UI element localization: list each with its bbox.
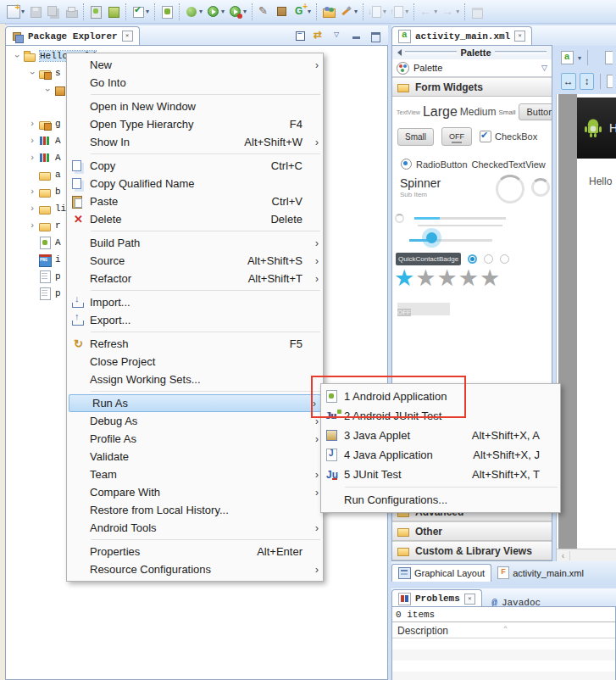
widget-button[interactable]: Button [519, 103, 552, 120]
dropdown-arrow-icon[interactable]: ▾ [221, 8, 225, 15]
widget-progressbar-horizontal[interactable] [414, 217, 506, 220]
radiogroup-unselected-icon[interactable] [500, 254, 509, 264]
expand-chevron-icon[interactable]: › [26, 119, 38, 129]
dropdown-arrow-icon[interactable]: ▾ [146, 8, 149, 15]
widget-checkbox[interactable]: CheckBox [480, 131, 537, 142]
tab-package-explorer[interactable]: Package Explorer ✕ [5, 26, 140, 45]
menu-item-open-type-hierarchy[interactable]: Open Type HierarchyF4 [67, 115, 323, 133]
new-android-project-button[interactable] [158, 3, 175, 20]
collapse-all-button[interactable] [293, 28, 308, 43]
menu-item-export[interactable]: Export... [67, 311, 323, 329]
dropdown-arrow-icon[interactable]: ▾ [434, 8, 437, 15]
print-button[interactable] [63, 3, 80, 20]
match-width-button[interactable]: ↔ [561, 73, 576, 90]
menu-item-5-junit-test[interactable]: 5 JUnit TestAlt+Shift+X, T [321, 465, 560, 484]
widget-small-button[interactable]: Small [397, 128, 434, 146]
sort-arrow-icon[interactable]: ^ [504, 620, 508, 637]
dropdown-arrow-icon[interactable]: ▾ [383, 8, 386, 15]
widget-progressbar-large-icon[interactable] [496, 175, 524, 203]
menu-item-refactor[interactable]: RefactorAlt+Shift+T› [67, 270, 323, 287]
dropdown-arrow-icon[interactable]: ▾ [21, 8, 25, 15]
menu-item-resource-configurations[interactable]: Resource Configurations› [67, 560, 323, 578]
menu-item-source[interactable]: SourceAlt+Shift+S› [67, 252, 323, 270]
tab-graphical-layout[interactable]: Graphical Layout [391, 564, 491, 582]
menu-item-copy[interactable]: CopyCtrl+C [67, 157, 323, 175]
expand-chevron-icon[interactable]: › [26, 153, 38, 163]
widget-switch[interactable]: OFF [397, 303, 450, 315]
canvas-horizontal-scrollbar[interactable]: ‹ [557, 549, 616, 561]
run-button[interactable]: ▾ [205, 3, 226, 20]
radiogroup-selected-icon[interactable] [468, 254, 477, 264]
close-icon[interactable]: ✕ [464, 594, 475, 605]
dropdown-arrow-icon[interactable]: ▾ [308, 8, 311, 15]
widget-large-text[interactable]: Large [423, 104, 458, 120]
palette-category-other[interactable]: Other [392, 521, 552, 541]
minimize-button[interactable] [349, 28, 364, 43]
menu-item-new[interactable]: New› [67, 56, 323, 74]
menu-item-open-in-new-window[interactable]: Open in New Window [67, 98, 323, 115]
widget-radiobutton[interactable]: RadioButton [416, 159, 468, 170]
menu-item-import[interactable]: Import... [67, 293, 323, 311]
menu-item-refresh[interactable]: RefreshF5 [67, 335, 323, 353]
palette-category-custom-library-views[interactable]: Custom & Library Views [392, 541, 552, 560]
palette-combo[interactable]: Palette ▽ [392, 59, 552, 77]
close-icon[interactable]: ✕ [514, 31, 525, 42]
palette-category-form-widgets[interactable]: Form Widgets [392, 77, 552, 97]
match-height-button[interactable]: ↕ [580, 73, 595, 90]
menu-item-assign-working-sets[interactable]: Assign Working Sets... [67, 371, 323, 388]
menu-item-paste[interactable]: PasteCtrl+V [67, 192, 323, 210]
next-annotation-button[interactable]: ▾ [367, 3, 388, 20]
menu-item-compare-with[interactable]: Compare With› [67, 483, 323, 501]
menu-item-close-project[interactable]: Close Project [67, 353, 323, 371]
widget-seekbar-track[interactable] [409, 239, 492, 242]
menu-item-validate[interactable]: Validate [67, 448, 323, 465]
layout-canvas[interactable]: H Hello ‹ [556, 94, 616, 561]
widget-quickcontactbadge[interactable]: QuickContactBadge [396, 253, 461, 265]
menu-item-4-java-application[interactable]: 4 Java ApplicationAlt+Shift+X, J [321, 445, 560, 465]
expand-chevron-icon[interactable]: › [26, 187, 38, 197]
palette-collapse-handle[interactable]: Palette [392, 46, 552, 59]
menu-item-team[interactable]: Team› [67, 465, 323, 483]
menu-item-go-into[interactable]: Go Into [67, 74, 323, 92]
expand-chevron-icon[interactable]: › [26, 220, 38, 231]
forward-button[interactable]: ▾ [440, 3, 461, 20]
scroll-left-icon[interactable]: ‹ [557, 551, 570, 560]
tab-activity-main-xml-source[interactable]: activity_main.xml [491, 564, 590, 582]
menu-item-2-android-junit-test[interactable]: 2 Android JUnit Test [321, 406, 560, 426]
menu-item-1-android-application[interactable]: 1 Android Application [321, 387, 560, 406]
tab-activity-main-xml[interactable]: activity_main.xml ✕ [391, 26, 532, 45]
menu-item-3-java-applet[interactable]: 3 Java AppletAlt+Shift+X, A [321, 426, 560, 445]
expand-chevron-icon[interactable]: › [26, 136, 38, 146]
dropdown-arrow-icon[interactable]: ▾ [243, 8, 247, 15]
new-task-g-button[interactable]: ▾ [291, 3, 313, 20]
widget-seekbar-thumb-icon[interactable] [426, 232, 437, 243]
save-button[interactable] [27, 3, 44, 20]
debug-button[interactable]: ▾ [183, 3, 204, 20]
widget-progressbar-small-icon[interactable] [395, 214, 404, 223]
close-icon[interactable]: ✕ [122, 31, 133, 42]
tab-problems[interactable]: Problems ✕ [391, 589, 482, 607]
avd-manager-button[interactable] [105, 3, 122, 20]
link-with-editor-button[interactable] [312, 28, 327, 43]
format-brush-button[interactable]: ▾ [338, 3, 359, 20]
java-search-pen-button[interactable] [256, 3, 273, 20]
collapse-chevron-icon[interactable]: › [12, 50, 22, 62]
dropdown-arrow-icon[interactable]: ▾ [456, 8, 459, 15]
menu-item-run-as[interactable]: Run As› [69, 394, 321, 412]
menu-item-android-tools[interactable]: Android Tools› [67, 519, 323, 537]
expand-chevron-icon[interactable]: › [26, 203, 38, 214]
widget-toggle-button[interactable]: OFF [441, 127, 472, 146]
widget-checkedtextview[interactable]: CheckedTextView [472, 159, 546, 170]
description-column-header[interactable]: ^ Description [392, 622, 615, 638]
save-all-button[interactable] [45, 3, 62, 20]
widget-progressbar-medium-icon[interactable] [531, 178, 550, 197]
menu-item-build-path[interactable]: Build Path› [67, 234, 323, 252]
menu-item-profile-as[interactable]: Profile As› [67, 430, 323, 448]
last-edit-location-button[interactable] [469, 3, 486, 20]
previous-annotation-button[interactable]: ▾ [389, 3, 410, 20]
dropdown-arrow-icon[interactable]: ▾ [354, 8, 358, 15]
menu-item-copy-qualified-name[interactable]: Copy Qualified Name [67, 175, 323, 192]
new-wizard-button[interactable]: ▾ [5, 3, 26, 20]
collapse-chevron-icon[interactable]: › [42, 84, 53, 96]
menu-item-debug-as[interactable]: Debug As› [67, 412, 323, 430]
